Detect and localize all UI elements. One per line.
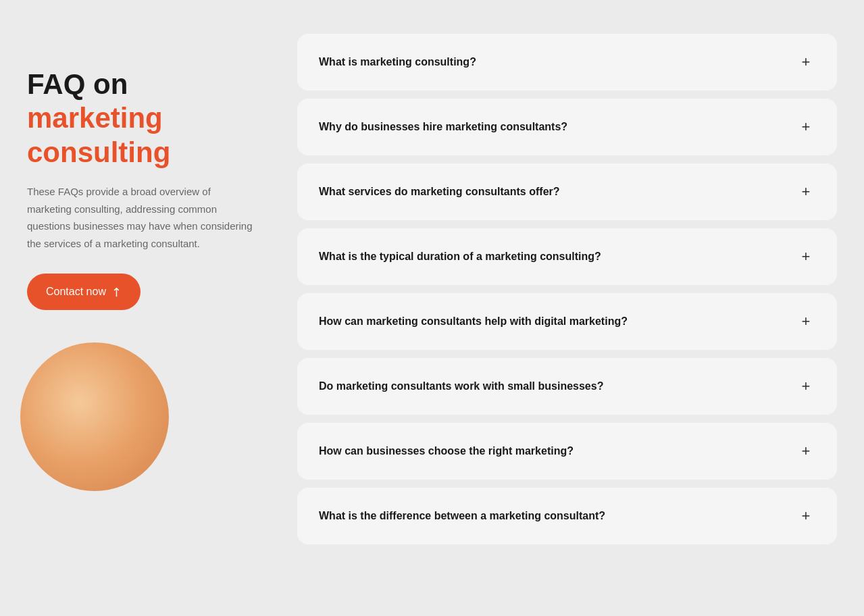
expand-icon: + bbox=[796, 377, 815, 396]
expand-icon: + bbox=[796, 118, 815, 136]
title-plain: FAQ on bbox=[27, 68, 128, 100]
faq-item[interactable]: How can businesses choose the right mark… bbox=[297, 423, 837, 480]
page-title: FAQ on marketing consulting bbox=[27, 68, 257, 170]
expand-icon: + bbox=[796, 312, 815, 331]
decorative-circle bbox=[20, 342, 169, 491]
faq-item[interactable]: What services do marketing consultants o… bbox=[297, 163, 837, 220]
left-panel: FAQ on marketing consulting These FAQs p… bbox=[27, 27, 257, 544]
faq-item[interactable]: What is the typical duration of a market… bbox=[297, 228, 837, 285]
contact-button-label: Contact now bbox=[46, 286, 106, 298]
faq-question: Do marketing consultants work with small… bbox=[319, 380, 796, 392]
faq-question: What services do marketing consultants o… bbox=[319, 186, 796, 198]
page-layout: FAQ on marketing consulting These FAQs p… bbox=[27, 14, 837, 544]
title-highlight: marketing consulting bbox=[27, 102, 170, 168]
faq-item[interactable]: What is marketing consulting?+ bbox=[297, 34, 837, 91]
description-text: These FAQs provide a broad overview of m… bbox=[27, 183, 257, 252]
contact-now-button[interactable]: Contact now ↗ bbox=[27, 274, 141, 310]
expand-icon: + bbox=[796, 442, 815, 461]
expand-icon: + bbox=[796, 53, 815, 72]
faq-question: Why do businesses hire marketing consult… bbox=[319, 121, 796, 133]
faq-question: What is the difference between a marketi… bbox=[319, 510, 796, 522]
faq-item[interactable]: How can marketing consultants help with … bbox=[297, 293, 837, 350]
faq-item[interactable]: Do marketing consultants work with small… bbox=[297, 358, 837, 415]
expand-icon: + bbox=[796, 507, 815, 525]
faq-question: What is the typical duration of a market… bbox=[319, 251, 796, 263]
expand-icon: + bbox=[796, 247, 815, 266]
faq-question: How can businesses choose the right mark… bbox=[319, 445, 796, 457]
faq-question: What is marketing consulting? bbox=[319, 56, 796, 68]
faq-list: What is marketing consulting?+Why do bus… bbox=[297, 27, 837, 544]
faq-question: How can marketing consultants help with … bbox=[319, 315, 796, 328]
arrow-icon: ↗ bbox=[107, 283, 125, 301]
faq-item[interactable]: What is the difference between a marketi… bbox=[297, 488, 837, 544]
faq-item[interactable]: Why do businesses hire marketing consult… bbox=[297, 99, 837, 155]
expand-icon: + bbox=[796, 182, 815, 201]
